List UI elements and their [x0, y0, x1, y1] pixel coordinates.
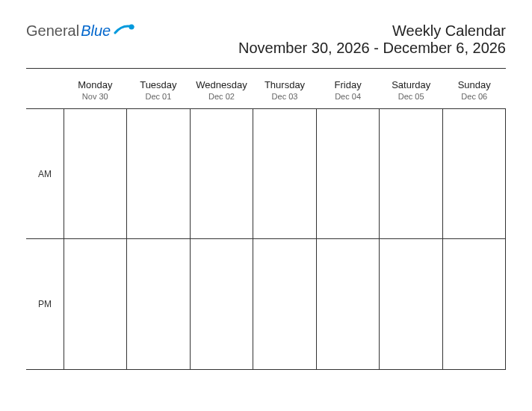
day-date: Dec 05 [380, 92, 443, 101]
time-column-header [26, 75, 64, 108]
day-name: Thursday [253, 79, 317, 90]
date-range: November 30, 2026 - December 6, 2026 [238, 40, 506, 57]
time-label-am: AM [26, 108, 64, 239]
day-header-monday: Monday Nov 30 [64, 75, 127, 108]
calendar-grid: AM PM [26, 108, 506, 370]
header-divider [26, 68, 506, 69]
title-block: Weekly Calendar November 30, 2026 - Dece… [238, 22, 506, 57]
day-date: Dec 02 [190, 92, 253, 101]
day-name: Saturday [380, 79, 443, 90]
cell-pm-friday [317, 239, 380, 370]
header: General Blue Weekly Calendar November 30… [26, 22, 506, 57]
day-header-saturday: Saturday Dec 05 [380, 75, 443, 108]
day-header-sunday: Sunday Dec 06 [442, 75, 506, 108]
logo-text-blue: Blue [81, 22, 111, 40]
logo-swoosh-icon [114, 22, 136, 40]
cell-am-saturday [380, 108, 442, 239]
cell-pm-thursday [253, 239, 316, 370]
day-date: Dec 03 [253, 92, 317, 101]
day-header-thursday: Thursday Dec 03 [253, 75, 317, 108]
day-name: Friday [316, 79, 380, 90]
cell-pm-sunday [443, 239, 506, 370]
day-header-wednesday: Wednesday Dec 02 [190, 75, 253, 108]
day-date: Dec 01 [127, 92, 191, 101]
logo-text-general: General [26, 22, 79, 40]
cell-am-friday [317, 108, 380, 239]
day-name: Wednesday [190, 79, 253, 90]
cell-am-thursday [253, 108, 316, 239]
pm-row: PM [26, 239, 506, 370]
day-name: Sunday [442, 79, 506, 90]
time-label-pm: PM [26, 239, 64, 370]
day-headers-row: Monday Nov 30 Tuesday Dec 01 Wednesday D… [26, 75, 506, 108]
cell-pm-tuesday [127, 239, 190, 370]
logo: General Blue [26, 22, 136, 40]
cell-pm-wednesday [191, 239, 253, 370]
day-date: Nov 30 [64, 92, 127, 101]
cell-pm-saturday [380, 239, 442, 370]
day-name: Monday [64, 79, 127, 90]
am-row: AM [26, 108, 506, 239]
cell-am-monday [64, 108, 127, 239]
cell-am-tuesday [127, 108, 190, 239]
cell-am-sunday [443, 108, 506, 239]
cell-pm-monday [64, 239, 127, 370]
day-date: Dec 06 [442, 92, 506, 101]
day-header-friday: Friday Dec 04 [316, 75, 380, 108]
day-date: Dec 04 [316, 92, 380, 101]
day-name: Tuesday [127, 79, 191, 90]
svg-point-0 [129, 25, 134, 30]
cell-am-wednesday [191, 108, 253, 239]
day-header-tuesday: Tuesday Dec 01 [127, 75, 191, 108]
page-title: Weekly Calendar [238, 22, 506, 40]
